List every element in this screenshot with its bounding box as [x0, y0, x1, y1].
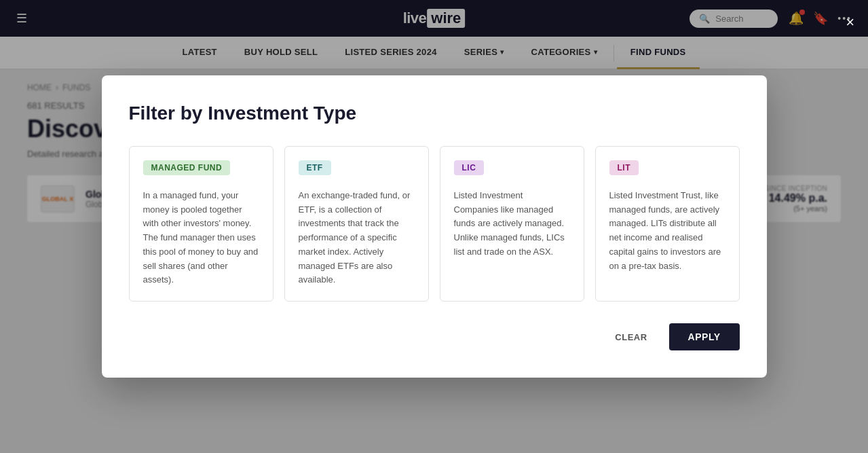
lic-badge: LIC: [454, 160, 485, 175]
filter-modal: Filter by Investment Type MANAGED FUND I…: [102, 75, 767, 241]
lit-description: Listed Investment Trust, like managed fu…: [609, 189, 725, 241]
lit-card[interactable]: LIT Listed Investment Trust, like manage…: [595, 146, 740, 241]
lit-badge: LIT: [609, 160, 639, 175]
close-button[interactable]: ×: [846, 14, 854, 31]
etf-badge: ETF: [299, 160, 331, 175]
lic-description: Listed Investment Companies like managed…: [454, 189, 570, 241]
etf-description: An exchange-traded fund, or ETF, is a co…: [299, 189, 415, 241]
lic-card[interactable]: LIC Listed Investment Companies like man…: [440, 146, 584, 241]
modal-overlay[interactable]: × Filter by Investment Type MANAGED FUND…: [0, 0, 868, 241]
investment-type-cards: MANAGED FUND In a managed fund, your mon…: [129, 146, 740, 241]
etf-card[interactable]: ETF An exchange-traded fund, or ETF, is …: [284, 146, 429, 241]
managed-fund-badge: MANAGED FUND: [143, 160, 231, 175]
managed-fund-description: In a managed fund, your money is pooled …: [143, 189, 259, 241]
managed-fund-card[interactable]: MANAGED FUND In a managed fund, your mon…: [129, 146, 273, 241]
modal-title: Filter by Investment Type: [129, 103, 740, 124]
